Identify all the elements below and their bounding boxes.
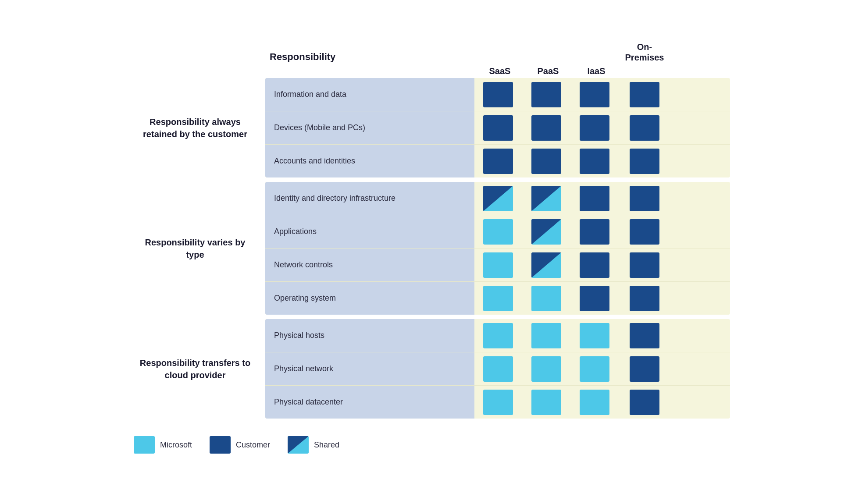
cell-os-paas <box>524 282 572 315</box>
cell-info-data-saas <box>476 78 524 111</box>
cell-identity-paas <box>524 182 572 215</box>
header-row: Responsibility On-Premises <box>125 42 730 63</box>
cell-physical-network-paas <box>524 352 572 385</box>
section-transfer-label: Responsibility transfers to cloud provid… <box>125 319 265 419</box>
label-network-controls: Network controls <box>265 248 476 281</box>
cell-os-onprem <box>620 282 669 315</box>
row-network-controls: Network controls <box>265 248 730 282</box>
cell-accounts-saas <box>476 145 524 177</box>
cell-physical-hosts-saas <box>476 319 524 352</box>
cell-info-data-onprem <box>620 78 669 111</box>
cell-physical-hosts-paas <box>524 319 572 352</box>
legend-microsoft: Microsoft <box>134 436 192 454</box>
cell-physical-hosts-onprem <box>620 319 669 352</box>
label-applications: Applications <box>265 215 476 248</box>
cell-physical-network-saas <box>476 352 524 385</box>
cell-devices-paas <box>524 111 572 144</box>
legend-customer: Customer <box>210 436 270 454</box>
row-physical-datacenter: Physical datacenter <box>265 386 730 419</box>
row-physical-hosts: Physical hosts <box>265 319 730 352</box>
row-applications: Applications <box>265 215 730 248</box>
label-physical-datacenter: Physical datacenter <box>265 386 476 419</box>
label-physical-hosts: Physical hosts <box>265 319 476 352</box>
label-os: Operating system <box>265 282 476 315</box>
legend-customer-label: Customer <box>236 440 270 450</box>
main-grid: Responsibility always retained by the cu… <box>125 78 730 423</box>
row-identity: Identity and directory infrastructure <box>265 182 730 215</box>
legend-microsoft-label: Microsoft <box>160 440 192 450</box>
cell-devices-onprem <box>620 111 669 144</box>
cell-info-data-iaas <box>572 78 620 111</box>
cell-accounts-onprem <box>620 145 669 177</box>
cell-identity-saas <box>476 182 524 215</box>
cell-applications-onprem <box>620 215 669 248</box>
cell-devices-saas <box>476 111 524 144</box>
cell-physical-datacenter-saas <box>476 386 524 419</box>
cell-physical-hosts-iaas <box>572 319 620 352</box>
section-transfer-rows: Physical hosts Physical network Physic <box>265 319 730 419</box>
cell-physical-datacenter-iaas <box>572 386 620 419</box>
col-label-iaas: IaaS <box>572 66 620 76</box>
cell-accounts-paas <box>524 145 572 177</box>
main-container: Responsibility On-Premises SaaS PaaS Iaa… <box>99 24 756 480</box>
cell-physical-network-iaas <box>572 352 620 385</box>
cell-info-data-paas <box>524 78 572 111</box>
label-physical-network: Physical network <box>265 352 476 385</box>
cell-physical-network-onprem <box>620 352 669 385</box>
cell-applications-iaas <box>572 215 620 248</box>
legend-microsoft-icon <box>134 436 155 454</box>
cell-network-controls-iaas <box>572 248 620 281</box>
label-devices: Devices (Mobile and PCs) <box>265 111 476 144</box>
cell-identity-iaas <box>572 182 620 215</box>
section-varies-label: Responsibility varies by type <box>125 182 265 315</box>
section-customer: Responsibility always retained by the cu… <box>125 78 730 177</box>
header-responsibility-label: Responsibility <box>265 51 476 63</box>
legend-shared: Shared <box>288 436 339 454</box>
row-devices: Devices (Mobile and PCs) <box>265 111 730 145</box>
cell-identity-onprem <box>620 182 669 215</box>
cell-network-controls-paas <box>524 248 572 281</box>
cell-os-saas <box>476 282 524 315</box>
label-identity: Identity and directory infrastructure <box>265 182 476 215</box>
section-varies-rows: Identity and directory infrastructure Ap… <box>265 182 730 315</box>
row-os: Operating system <box>265 282 730 315</box>
cell-network-controls-saas <box>476 248 524 281</box>
label-info-data: Information and data <box>265 78 476 111</box>
section-customer-rows: Information and data Devices (Mobile and… <box>265 78 730 177</box>
cell-physical-datacenter-onprem <box>620 386 669 419</box>
cell-accounts-iaas <box>572 145 620 177</box>
cell-physical-datacenter-paas <box>524 386 572 419</box>
cell-os-iaas <box>572 282 620 315</box>
section-customer-label: Responsibility always retained by the cu… <box>125 78 265 177</box>
legend-shared-icon <box>288 436 309 454</box>
section-varies: Responsibility varies by type Identity a… <box>125 182 730 315</box>
row-info-data: Information and data <box>265 78 730 111</box>
legend-customer-icon <box>210 436 231 454</box>
col-label-paas: PaaS <box>524 66 572 76</box>
cell-network-controls-onprem <box>620 248 669 281</box>
cell-devices-iaas <box>572 111 620 144</box>
row-physical-network: Physical network <box>265 352 730 386</box>
header-onprem: On-Premises <box>620 42 669 63</box>
cell-applications-saas <box>476 215 524 248</box>
legend: Microsoft Customer Shared <box>125 436 730 454</box>
cell-applications-paas <box>524 215 572 248</box>
section-transfer: Responsibility transfers to cloud provid… <box>125 319 730 419</box>
legend-shared-label: Shared <box>314 440 339 450</box>
col-label-saas: SaaS <box>476 66 524 76</box>
label-accounts: Accounts and identities <box>265 145 476 177</box>
row-accounts: Accounts and identities <box>265 145 730 177</box>
